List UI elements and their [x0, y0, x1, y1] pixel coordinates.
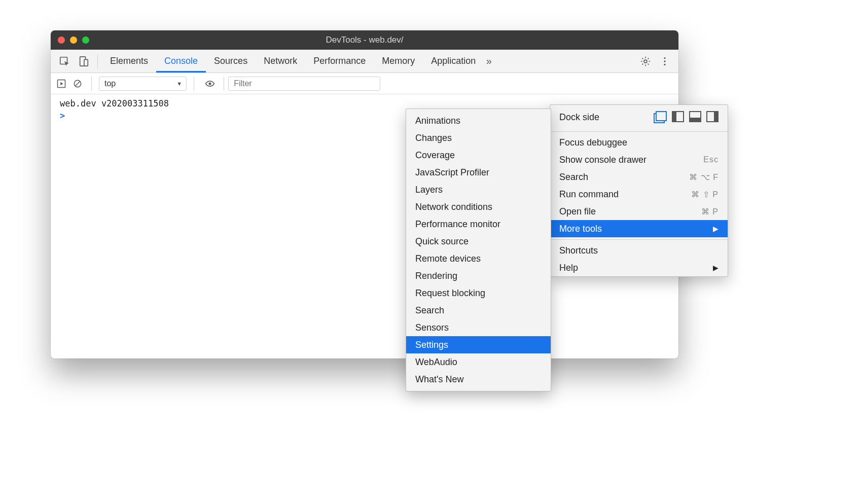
- menu-item-label: Sensors: [415, 322, 449, 333]
- menu-item-label: Coverage: [415, 150, 455, 161]
- menu-item-help[interactable]: Help ▶: [550, 259, 728, 276]
- dock-left-button[interactable]: [672, 111, 684, 122]
- tabs-overflow-button[interactable]: »: [484, 55, 494, 67]
- chevron-right-icon: ▶: [713, 225, 719, 233]
- svg-point-6: [664, 63, 665, 65]
- submenu-item-whats-new[interactable]: What's New: [406, 371, 551, 388]
- close-window-button[interactable]: [58, 37, 65, 44]
- console-toolbar: top ▼: [51, 73, 678, 94]
- svg-point-9: [209, 82, 211, 85]
- context-value: top: [104, 79, 116, 88]
- svg-point-5: [664, 60, 665, 62]
- tab-network[interactable]: Network: [256, 50, 305, 73]
- submenu-item-animations[interactable]: Animations: [406, 112, 551, 129]
- dock-side-options: [654, 111, 719, 123]
- menu-item-more-tools[interactable]: More tools ▶: [550, 220, 728, 237]
- more-tools-submenu: Animations Changes Coverage JavaScript P…: [406, 109, 551, 391]
- eye-icon: [205, 79, 215, 89]
- traffic-lights: [58, 37, 89, 44]
- menu-item-shortcut: ⌘ ⌥ F: [689, 172, 719, 182]
- submenu-item-changes[interactable]: Changes: [406, 129, 551, 147]
- menu-item-label: Run command: [559, 189, 619, 200]
- tab-sources[interactable]: Sources: [206, 50, 256, 73]
- divider: [91, 77, 92, 91]
- dock-right-button[interactable]: [706, 111, 719, 122]
- divider: [194, 77, 194, 91]
- tab-label: Sources: [214, 56, 247, 66]
- ban-icon: [73, 79, 83, 89]
- tab-memory[interactable]: Memory: [374, 50, 423, 73]
- submenu-item-search[interactable]: Search: [406, 302, 551, 319]
- tab-label: Elements: [110, 56, 148, 66]
- menu-item-label: Changes: [415, 133, 452, 143]
- menu-item-label: Open file: [559, 206, 596, 217]
- tab-label: Console: [164, 56, 198, 66]
- tab-label: Network: [264, 56, 297, 66]
- submenu-item-rendering[interactable]: Rendering: [406, 267, 551, 284]
- chevron-right-double-icon: »: [486, 55, 492, 66]
- menu-item-label: Shortcuts: [559, 245, 598, 256]
- menu-item-focus-debuggee[interactable]: Focus debuggee: [550, 134, 728, 151]
- menu-item-label: Search: [415, 305, 444, 316]
- menu-item-label: JavaScript Profiler: [415, 167, 489, 178]
- menu-item-shortcut: ⌘ P: [701, 207, 719, 217]
- submenu-item-request-block[interactable]: Request blocking: [406, 284, 551, 302]
- menu-item-label: Remote devices: [415, 254, 481, 264]
- submenu-item-quick-source[interactable]: Quick source: [406, 233, 551, 250]
- device-toggle-icon[interactable]: [76, 54, 91, 69]
- zoom-window-button[interactable]: [82, 37, 89, 44]
- minimize-window-button[interactable]: [70, 37, 77, 44]
- menu-item-label: Search: [559, 172, 588, 183]
- dock-undock-button[interactable]: [654, 111, 667, 123]
- play-in-box-icon: [56, 79, 66, 89]
- settings-button[interactable]: [638, 54, 653, 69]
- svg-rect-2: [84, 59, 88, 66]
- window-title: DevTools - web.dev/: [51, 35, 678, 45]
- titlebar: DevTools - web.dev/: [51, 30, 678, 50]
- submenu-item-coverage[interactable]: Coverage: [406, 147, 551, 164]
- menu-item-open-file[interactable]: Open file ⌘ P: [550, 203, 728, 220]
- execution-context-select[interactable]: top ▼: [99, 77, 187, 91]
- menu-item-label: What's New: [415, 374, 463, 385]
- submenu-item-network-cond[interactable]: Network conditions: [406, 198, 551, 215]
- menu-item-shortcut: ⌘ ⇧ P: [691, 190, 719, 199]
- chevron-right-icon: ▶: [713, 264, 719, 272]
- submenu-item-sensors[interactable]: Sensors: [406, 319, 551, 336]
- divider: [224, 77, 224, 91]
- menu-item-label: Network conditions: [415, 202, 492, 212]
- divider: [97, 54, 98, 68]
- menu-item-label: Performance monitor: [415, 219, 500, 230]
- clear-console-button[interactable]: [71, 77, 84, 90]
- console-filter-input[interactable]: [228, 77, 380, 91]
- menu-item-run-command[interactable]: Run command ⌘ ⇧ P: [550, 186, 728, 203]
- tab-console[interactable]: Console: [156, 50, 206, 73]
- menu-item-label: WebAudio: [415, 357, 457, 368]
- submenu-item-settings[interactable]: Settings: [406, 336, 551, 353]
- tab-application[interactable]: Application: [423, 50, 484, 73]
- menu-item-label: Settings: [415, 340, 448, 350]
- menu-item-label: Animations: [415, 116, 460, 126]
- submenu-item-layers[interactable]: Layers: [406, 181, 551, 198]
- dock-bottom-button[interactable]: [689, 111, 701, 122]
- menu-item-search[interactable]: Search ⌘ ⌥ F: [550, 168, 728, 186]
- menu-item-label: Layers: [415, 185, 443, 195]
- submenu-item-webaudio[interactable]: WebAudio: [406, 353, 551, 371]
- svg-point-3: [644, 60, 647, 63]
- tab-elements[interactable]: Elements: [102, 50, 156, 73]
- submenu-item-perf-monitor[interactable]: Performance monitor: [406, 215, 551, 233]
- menu-item-label: Help: [559, 263, 578, 273]
- tab-label: Memory: [382, 56, 415, 66]
- menu-item-show-console-drawer[interactable]: Show console drawer Esc: [550, 151, 728, 168]
- menu-item-shortcut: Esc: [703, 155, 719, 164]
- tab-performance[interactable]: Performance: [305, 50, 374, 73]
- more-options-button[interactable]: [657, 54, 672, 69]
- tab-label: Application: [431, 56, 476, 66]
- live-expression-button[interactable]: [203, 77, 217, 90]
- console-sidebar-toggle[interactable]: [55, 77, 68, 90]
- devtools-tabs: Elements Console Sources Network Perform…: [51, 50, 678, 73]
- submenu-item-remote-devices[interactable]: Remote devices: [406, 250, 551, 267]
- inspect-element-icon[interactable]: [57, 54, 72, 69]
- menu-item-shortcuts[interactable]: Shortcuts: [550, 242, 728, 259]
- menu-item-label: Request blocking: [415, 288, 485, 299]
- submenu-item-js-profiler[interactable]: JavaScript Profiler: [406, 164, 551, 181]
